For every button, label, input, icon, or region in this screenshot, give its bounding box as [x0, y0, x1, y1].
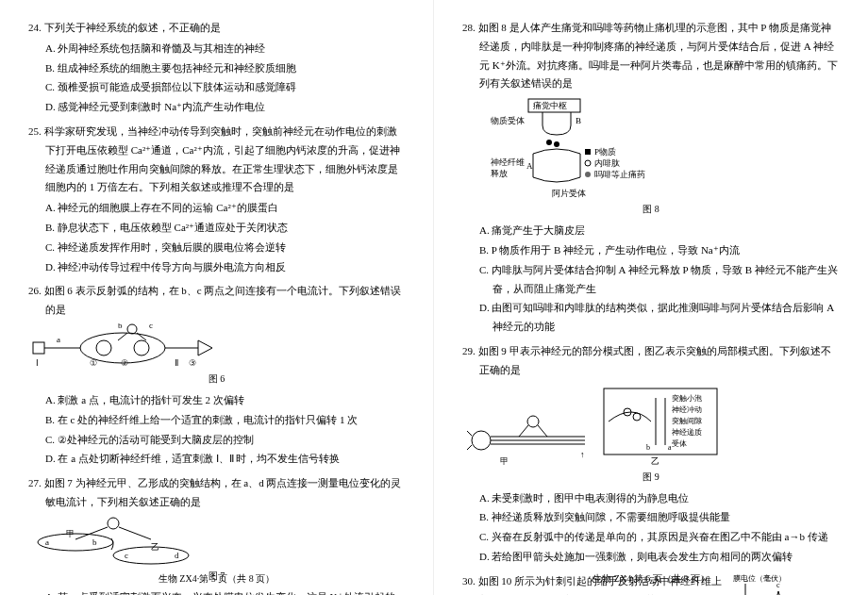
svg-text:P物质: P物质	[594, 147, 616, 157]
fig9-caption: 图 9	[462, 469, 840, 486]
svg-point-57	[633, 413, 641, 421]
q24: 24. 下列关于神经系统的叙述，不正确的是 A. 外周神经系统包括脑和脊髓及与其…	[28, 19, 405, 117]
page-5: 24. 下列关于神经系统的叙述，不正确的是 A. 外周神经系统包括脑和脊髓及与其…	[0, 0, 434, 595]
svg-line-7	[118, 333, 127, 340]
svg-point-39	[585, 160, 591, 166]
q28: 28. 如图 8 是人体产生痛觉和吗啡等药物止痛机理的示意图，其中 P 物质是痛…	[462, 19, 840, 337]
svg-text:a: a	[45, 537, 49, 547]
svg-text:Ⅰ: Ⅰ	[36, 358, 39, 368]
q25-stem: 25. 科学家研究发现，当神经冲动传导到突触时，突触前神经元在动作电位的刺激下打…	[28, 123, 405, 197]
svg-text:Ⅱ: Ⅱ	[175, 358, 178, 368]
svg-text:①: ①	[90, 358, 97, 368]
q24-opt-d: D. 感觉神经元受到刺激时 Na⁺内流产生动作电位	[28, 98, 405, 117]
q24-opt-c: C. 颈椎受损可能造成受损部位以下肢体运动和感觉障碍	[28, 78, 405, 97]
q29-opt-c: C. 兴奋在反射弧中的传递是单向的，其原因是兴奋在图乙中不能由 a→b 传递	[462, 528, 840, 547]
q29-opt-a: A. 未受刺激时，图甲中电表测得的为静息电位	[462, 489, 840, 508]
svg-text:c: c	[149, 323, 153, 330]
svg-text:乙: 乙	[651, 456, 659, 466]
svg-point-17	[108, 518, 119, 529]
svg-point-44	[472, 431, 491, 450]
q25-opt-a: A. 神经元的细胞膜上存在不同的运输 Ca²⁺的膜蛋白	[28, 199, 405, 218]
q26-opt-d: D. 在 a 点处切断神经纤维，适宜刺激 Ⅰ、Ⅱ 时，均不发生信号转换	[28, 450, 405, 469]
svg-point-4	[134, 340, 149, 355]
svg-point-6	[127, 324, 137, 334]
fig8-svg: 痛觉中枢 物质受体 B 神经纤维 释放 A P物质 内啡肽 吗啡等止痛药 阿片受…	[462, 97, 651, 201]
svg-rect-0	[33, 342, 44, 354]
q28-opt-a: A. 痛觉产生于大脑皮层	[462, 222, 840, 240]
svg-text:b: b	[118, 323, 123, 330]
svg-text:乙: 乙	[151, 542, 159, 552]
svg-text:突触间隙: 突触间隙	[672, 417, 702, 425]
svg-point-32	[554, 141, 559, 147]
svg-text:b: b	[646, 443, 650, 452]
svg-line-52	[538, 425, 547, 437]
svg-line-51	[519, 425, 528, 437]
q25-opt-b: B. 静息状态下，电压依赖型 Ca²⁺通道应处于关闭状态	[28, 219, 405, 238]
svg-text:③: ③	[189, 358, 196, 368]
svg-text:阿片受体: 阿片受体	[552, 189, 586, 198]
svg-point-3	[96, 340, 111, 355]
q26-stem: 26. 如图 6 表示反射弧的结构，在 b、c 两点之间连接有一个电流计。下列叙…	[28, 282, 405, 320]
svg-text:神经冲动: 神经冲动	[672, 405, 702, 414]
footer-right: 生物 ZX4·第 6 页（共 8 页）	[434, 570, 868, 587]
svg-text:神经递质: 神经递质	[672, 428, 702, 437]
q25-opt-d: D. 神经冲动传导过程中传导方向与膜外电流方向相反	[28, 258, 405, 277]
q25-opt-c: C. 神经递质发挥作用时，突触后膜的膜电位将会逆转	[28, 239, 405, 257]
svg-text:↑: ↑	[580, 450, 585, 459]
svg-text:物质受体: 物质受体	[491, 116, 525, 125]
svg-text:A: A	[526, 161, 533, 171]
svg-text:受体: 受体	[672, 439, 687, 448]
svg-point-50	[527, 416, 539, 427]
q26-opt-a: A. 刺激 a 点，电流计的指针可发生 2 次偏转	[28, 391, 405, 410]
svg-text:甲: 甲	[66, 529, 75, 538]
svg-text:a: a	[57, 335, 60, 344]
q28-stem: 28. 如图 8 是人体产生痛觉和吗啡等药物止痛机理的示意图，其中 P 物质是痛…	[462, 19, 840, 93]
svg-text:甲: 甲	[500, 456, 509, 466]
svg-point-33	[546, 140, 552, 145]
q29-opt-d: D. 若给图甲箭头处施加一强刺激，则电表会发生方向相同的两次偏转	[462, 548, 840, 567]
q28-opt-d: D. 由图可知吗啡和内啡肽的结构类似，据此推测吗啡与阿片受体结合后影响 A 神经…	[462, 299, 840, 337]
svg-text:神经纤维: 神经纤维	[491, 157, 525, 167]
svg-line-46	[467, 445, 472, 450]
q25: 25. 科学家研究发现，当神经冲动传导到突触时，突触前神经元在动作电位的刺激下打…	[28, 123, 405, 276]
q26-opt-b: B. 在 c 处的神经纤维上给一个适宜的刺激，电流计的指针只偏转 1 次	[28, 411, 405, 430]
svg-text:B: B	[576, 116, 581, 125]
q24-opt-a: A. 外周神经系统包括脑和脊髓及与其相连的神经	[28, 40, 405, 58]
q26: 26. 如图 6 表示反射弧的结构，在 b、c 两点之间连接有一个电流计。下列叙…	[28, 282, 405, 469]
svg-line-45	[467, 431, 472, 436]
svg-text:②: ②	[121, 358, 128, 368]
page-6: 28. 如图 8 是人体产生痛觉和吗啡等药物止痛机理的示意图，其中 P 物质是痛…	[434, 0, 868, 595]
svg-text:a: a	[668, 443, 672, 452]
svg-text:吗啡等止痛药: 吗啡等止痛药	[594, 170, 645, 179]
fig8: 痛觉中枢 物质受体 B 神经纤维 释放 A P物质 内啡肽 吗啡等止痛药 阿片受…	[462, 97, 840, 218]
svg-text:内啡肽: 内啡肽	[594, 158, 620, 168]
q29: 29. 如图 9 甲表示神经元的部分模式图，图乙表示突触的局部模式图。下列叙述不…	[462, 342, 840, 567]
footer-left: 生物 ZX4·第 5 页（共 8 页）	[0, 570, 433, 587]
fig7-svg: a b 甲 c d 乙	[28, 516, 198, 568]
svg-point-41	[585, 172, 591, 177]
svg-text:d: d	[175, 551, 179, 560]
q28-opt-c: C. 内啡肽与阿片受体结合抑制 A 神经元释放 P 物质，导致 B 神经元不能产…	[462, 261, 840, 299]
q29-opt-b: B. 神经递质释放到突触间隙，不需要细胞呼吸提供能量	[462, 508, 840, 527]
svg-text:痛觉中枢: 痛觉中枢	[533, 101, 567, 110]
q27-stem: 27. 如图 7 为神经元甲、乙形成的突触结构，在 a、d 两点连接一测量电位变…	[28, 474, 405, 512]
fig9-svg: ↑ 甲 突触小泡 神经冲动 突触间隙 神经递质 受体 b a 乙	[462, 384, 726, 469]
svg-line-19	[119, 527, 151, 539]
q24-stem: 24. 下列关于神经系统的叙述，不正确的是	[28, 19, 405, 38]
fig9: ↑ 甲 突触小泡 神经冲动 突触间隙 神经递质 受体 b a 乙 图 9	[462, 384, 840, 486]
svg-text:突触小泡: 突触小泡	[672, 394, 702, 403]
svg-text:b: b	[92, 537, 97, 547]
svg-rect-37	[585, 149, 591, 155]
svg-text:释放: 释放	[491, 169, 508, 178]
svg-point-20	[38, 534, 113, 551]
fig6-svg: a b c Ⅰ ① ② Ⅱ ③	[28, 323, 217, 371]
svg-text:c: c	[125, 551, 128, 560]
q24-opt-b: B. 组成神经系统的细胞主要包括神经元和神经胶质细胞	[28, 59, 405, 78]
fig8-caption: 图 8	[462, 201, 840, 218]
q27-opt-a: A. 若 a 点受到适宜刺激而兴奋，兴奋处膜电位发生变化，这是 K⁺外流引起的	[28, 588, 405, 595]
q29-stem: 29. 如图 9 甲表示神经元的部分模式图，图乙表示突触的局部模式图。下列叙述不…	[462, 342, 840, 380]
fig6-caption: 图 6	[28, 371, 405, 388]
svg-line-18	[75, 527, 108, 539]
q28-opt-b: B. P 物质作用于 B 神经元，产生动作电位，导致 Na⁺内流	[462, 241, 840, 260]
fig6: a b c Ⅰ ① ② Ⅱ ③ 图 6	[28, 323, 405, 388]
